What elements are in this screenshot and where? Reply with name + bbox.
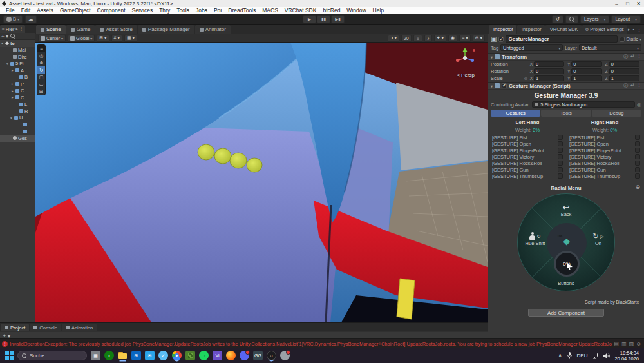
hierarchy-row[interactable]: ▸ P (0, 81, 35, 88)
vrchat-icon[interactable]: ○ (267, 351, 276, 360)
orientation-dropdown[interactable]: Global▾ (68, 35, 95, 42)
gesture-checkbox[interactable] (558, 154, 563, 159)
hierarchy-row[interactable]: ▸ C (0, 88, 35, 95)
gesture-checkbox[interactable] (635, 161, 640, 166)
gesture-checkbox[interactable] (558, 173, 563, 179)
tag-dropdown[interactable]: Untagged (500, 44, 563, 51)
more-icon[interactable]: ⋮ (637, 54, 641, 60)
status-icon[interactable]: ▥ (621, 341, 627, 347)
radial-back-segment[interactable]: ↩Back (518, 203, 614, 217)
add-asset-button[interactable]: + ▾ (3, 333, 10, 339)
bottom-tab[interactable]: Project (1, 324, 29, 331)
hierarchy-row[interactable]: L (0, 101, 35, 108)
expand-caret-icon[interactable]: ▾ (1, 41, 5, 45)
start-button[interactable] (5, 351, 14, 360)
hierarchy-row[interactable]: Mai (0, 47, 35, 54)
network-icon[interactable] (592, 353, 599, 359)
scene-tool-button[interactable]: ≡ (37, 45, 45, 52)
inspector-tab[interactable]: Inspector (517, 25, 545, 34)
view-tab[interactable]: Asset Store (95, 25, 137, 34)
scene-tool-button[interactable]: ✥ (37, 59, 45, 66)
scene-tool-button[interactable]: ◎ (37, 52, 45, 59)
add-object-button[interactable]: + ▾ (1, 34, 8, 39)
gesture-checkbox[interactable] (558, 135, 563, 140)
gameobject-cube-icon[interactable]: ▣ (491, 36, 497, 43)
menu-item[interactable]: Thry (156, 7, 173, 14)
view-tab[interactable]: Package Manager (138, 25, 194, 34)
scene-viewport[interactable]: ≡◎✥↻▢▭⊞ < Persp (35, 43, 488, 322)
hierarchy-row[interactable]: ▾ U (0, 115, 35, 122)
menu-item[interactable]: MACS (259, 7, 281, 14)
static-checkbox[interactable] (620, 37, 625, 42)
menu-item[interactable]: GameObject (57, 7, 94, 14)
spotify-icon[interactable]: ♪ (199, 351, 209, 360)
scene-tool-button[interactable]: ↻ (37, 66, 45, 74)
status-bar[interactable]: ! InvalidOperationException: The previou… (0, 338, 644, 348)
lock-icon[interactable]: ▪ (633, 27, 634, 32)
keyboard-language[interactable]: DEU (577, 353, 588, 358)
z-field[interactable]: 1 (609, 75, 639, 81)
scene-view-option[interactable]: ≡ ▾ (459, 35, 471, 42)
task-view-icon[interactable]: ▦ (91, 351, 100, 360)
z-field[interactable]: 0 (609, 68, 639, 74)
gesture-manager-header[interactable]: ▾ Gesture Manager (Script) ⓘ⇄⋮ (488, 82, 644, 90)
view-tab[interactable]: Game (66, 25, 95, 34)
microphone-icon[interactable] (567, 352, 573, 359)
link-icon[interactable]: ∞ (523, 76, 529, 81)
inspector-tab[interactable]: ⚙Project Settings (582, 25, 627, 34)
hierarchy-row[interactable]: ▾ te (0, 40, 35, 47)
gesture-checkbox[interactable] (635, 148, 640, 153)
mail-icon[interactable]: ✉ (145, 351, 155, 360)
account-button[interactable]: B ▾ (3, 15, 23, 23)
menu-item[interactable]: Window (343, 7, 369, 14)
pause-button[interactable]: ▮▮ (317, 15, 330, 23)
gesture-checkbox[interactable] (558, 167, 563, 172)
game-icon[interactable] (185, 351, 195, 360)
foldout-caret-icon[interactable]: ▾ (491, 55, 493, 59)
x-field[interactable]: 0 (534, 68, 564, 74)
active-checkbox[interactable] (498, 37, 504, 42)
y-field[interactable]: 1 (571, 75, 601, 81)
menu-item[interactable]: File (3, 7, 18, 14)
layers-dropdown[interactable]: Layers (580, 15, 610, 23)
gesture-checkbox[interactable] (635, 173, 640, 179)
inspector-tab[interactable]: VRChat SDK (545, 25, 582, 34)
hierarchy-row[interactable]: ▾ 5 Fi (0, 61, 35, 68)
gm-tab[interactable]: Debug (592, 110, 641, 117)
todo-icon[interactable]: ✓ (158, 351, 168, 360)
orientation-gizmo[interactable] (454, 48, 476, 71)
scene-tool-button[interactable]: ▢ (37, 74, 45, 81)
y-field[interactable]: 0 (571, 61, 601, 67)
scene-tool-dropdown[interactable]: ▦ ▾ (124, 35, 137, 42)
scene-tool-dropdown[interactable]: # ▾ (111, 35, 122, 42)
gesture-checkbox[interactable] (558, 148, 563, 153)
radial-on-segment[interactable]: ↻▷On (585, 231, 612, 246)
hierarchy-row[interactable]: ▸ C (0, 94, 35, 101)
hierarchy-row[interactable]: R (0, 108, 35, 115)
bottom-tab[interactable]: Console (30, 324, 61, 331)
radial-hue-segment[interactable]: ↻Hue Shift (520, 231, 550, 246)
chevron-down-icon[interactable]: ▾ (639, 37, 641, 41)
gameobject-name-field[interactable]: GestureManager (506, 35, 618, 43)
chat-icon[interactable]: GG (253, 351, 263, 360)
media-icon[interactable]: Vi (213, 351, 222, 360)
step-button[interactable]: ▶▮ (331, 15, 345, 23)
menu-item[interactable]: hfcRed (319, 7, 343, 14)
perspective-label[interactable]: < Persp (457, 72, 475, 78)
chevron-right-icon[interactable]: ▸ (628, 27, 630, 32)
menu-item[interactable]: Poi (211, 7, 225, 14)
store-icon[interactable]: ⊞ (131, 351, 141, 360)
gesture-checkbox[interactable] (635, 154, 640, 159)
undo-history-button[interactable]: ↺ (552, 15, 564, 23)
menu-item[interactable]: Tools (173, 7, 193, 14)
component-enabled-checkbox[interactable] (502, 83, 507, 88)
speaker-icon[interactable] (603, 353, 610, 359)
hierarchy-row[interactable] (0, 121, 35, 128)
add-circle-icon[interactable]: ⊕ (635, 184, 640, 190)
more-icon[interactable]: ⋮ (637, 27, 641, 32)
tray-chevron-icon[interactable]: ∧ (558, 353, 562, 358)
gm-tab[interactable]: Tools (541, 110, 591, 117)
menu-item[interactable]: Jobs (193, 7, 211, 14)
view-tab[interactable]: Scene (36, 25, 66, 34)
layout-dropdown[interactable]: Layout (611, 15, 641, 23)
